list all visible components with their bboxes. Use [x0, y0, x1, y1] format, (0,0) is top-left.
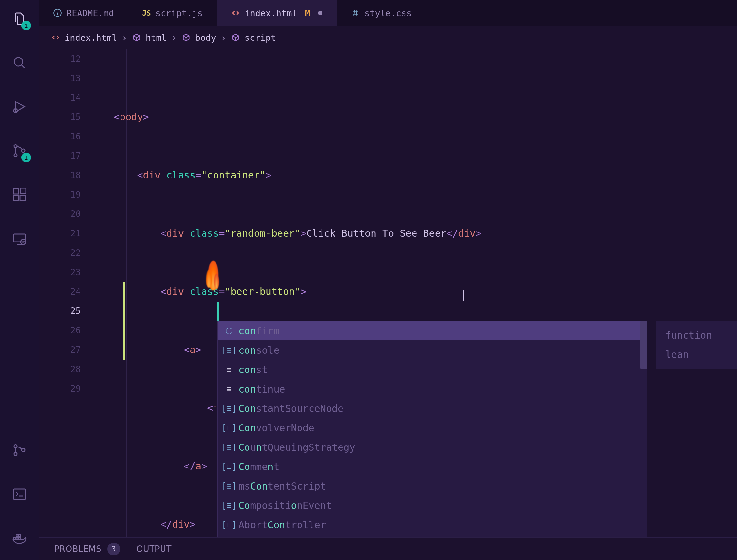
- svg-point-4: [22, 149, 25, 152]
- html-icon: [51, 33, 60, 42]
- breadcrumb-segment[interactable]: index.html: [65, 33, 117, 43]
- suggest-item[interactable]: [⊞]CompositionEvent: [218, 496, 647, 515]
- suggest-item-label: ConvolverNode: [239, 422, 315, 434]
- modified-indicator-letter: M: [305, 8, 310, 18]
- tab-label: style.css: [365, 8, 411, 18]
- tab-stylecss[interactable]: style.css: [337, 0, 426, 26]
- suggest-item[interactable]: [⊞]CountQueuingStrategy: [218, 437, 647, 457]
- activity-bar: 1 1: [0, 0, 39, 560]
- module-icon: [132, 33, 141, 42]
- panel-tabbar: PROBLEMS 3 OUTPUT: [39, 537, 737, 560]
- suggest-item-label: Comment: [239, 461, 279, 472]
- suggest-item[interactable]: ≡const: [218, 360, 647, 379]
- variable-icon: [⊞]: [224, 423, 234, 433]
- variable-icon: [⊞]: [224, 345, 234, 355]
- chevron-right-icon: ›: [122, 32, 128, 43]
- search-icon[interactable]: [10, 54, 28, 72]
- tab-indexhtml[interactable]: index.html M: [217, 0, 337, 26]
- variable-icon: [⊞]: [224, 404, 234, 413]
- suggest-item-label: continue: [239, 383, 285, 395]
- svg-point-2: [14, 145, 17, 148]
- tab-readme[interactable]: README.md: [39, 0, 128, 26]
- docker-icon[interactable]: [10, 529, 28, 547]
- suggest-item-label: const: [239, 364, 268, 375]
- suggest-item-label: CountQueuingStrategy: [239, 442, 355, 453]
- run-debug-icon[interactable]: [10, 98, 28, 116]
- svg-rect-18: [16, 535, 18, 537]
- svg-point-0: [14, 58, 23, 66]
- keyword-icon: ≡: [224, 365, 234, 374]
- variable-icon: [⊞]: [224, 481, 234, 491]
- tab-label: script.js: [155, 8, 203, 18]
- variable-icon: [⊞]: [224, 462, 234, 471]
- tab-bar: README.md JS script.js index.html M styl…: [39, 0, 737, 26]
- problems-count-badge: 3: [107, 543, 120, 555]
- variable-icon: [⊞]: [224, 442, 234, 452]
- keyword-icon: ≡: [224, 384, 234, 394]
- explorer-icon[interactable]: 1: [10, 10, 28, 28]
- panel-tab-problems[interactable]: PROBLEMS 3: [54, 543, 120, 555]
- svg-rect-7: [20, 195, 25, 200]
- chevron-right-icon: ›: [221, 32, 227, 43]
- suggest-item[interactable]: [⊞]msContentScript: [218, 476, 647, 496]
- scm-badge: 1: [21, 153, 31, 162]
- source-control-icon[interactable]: 1: [10, 142, 28, 160]
- panel-tab-output[interactable]: OUTPUT: [136, 544, 172, 554]
- method-icon: ⬡: [224, 326, 234, 336]
- remote-explorer-icon[interactable]: [10, 230, 28, 248]
- suggest-item-label: msContentScript: [239, 480, 326, 492]
- js-icon: JS: [142, 9, 151, 17]
- suggest-item[interactable]: [⊞]ConvolverNode: [218, 418, 647, 437]
- tab-label: README.md: [67, 8, 114, 18]
- svg-point-11: [14, 445, 17, 448]
- suggest-item[interactable]: [⊞]AbortController: [218, 515, 647, 534]
- tab-label: index.html: [245, 8, 297, 18]
- chevron-right-icon: ›: [171, 32, 177, 43]
- svg-point-12: [14, 452, 17, 456]
- svg-rect-8: [21, 188, 26, 193]
- suggest-item-label: confirm: [239, 325, 279, 337]
- suggest-item[interactable]: ≡continue: [218, 379, 647, 399]
- suggest-item-label: ConstantSourceNode: [239, 403, 344, 414]
- breadcrumb-segment[interactable]: html: [146, 33, 167, 43]
- suggest-item[interactable]: [⊞]console: [218, 340, 647, 360]
- svg-rect-6: [14, 195, 19, 200]
- intellisense-suggest[interactable]: ⬡confirm[⊞]console≡const≡continue[⊞]Cons…: [218, 321, 647, 548]
- extensions-icon[interactable]: [10, 186, 28, 204]
- hash-icon: [351, 8, 360, 17]
- suggest-item-label: AbortController: [239, 519, 326, 531]
- html-icon: [231, 8, 240, 17]
- line-number-gutter: 12 13 14 15 16 17 18 19 20 21 22 23 24 2…: [39, 49, 91, 398]
- text-caret: [218, 302, 219, 321]
- suggest-item[interactable]: [⊞]Comment: [218, 457, 647, 476]
- info-icon: [53, 8, 62, 17]
- svg-rect-19: [19, 535, 21, 537]
- suggest-item-label: CompositionEvent: [239, 500, 332, 511]
- suggest-item[interactable]: [⊞]ConstantSourceNode: [218, 399, 647, 418]
- variable-icon: [⊞]: [224, 520, 234, 530]
- breadcrumb-segment[interactable]: body: [195, 33, 216, 43]
- suggest-item[interactable]: ⬡confirm: [218, 321, 647, 340]
- svg-rect-5: [14, 189, 19, 194]
- variable-icon: [⊞]: [224, 501, 234, 510]
- module-icon: [231, 33, 240, 42]
- tab-scriptjs[interactable]: JS script.js: [128, 0, 217, 26]
- module-icon: [182, 33, 191, 42]
- secondary-cursor-icon: [463, 290, 464, 301]
- git-graph-icon[interactable]: [10, 441, 28, 459]
- editor[interactable]: 12 13 14 15 16 17 18 19 20 21 22 23 24 2…: [39, 49, 737, 560]
- breadcrumb-segment[interactable]: script: [245, 33, 276, 43]
- explorer-badge: 1: [21, 21, 31, 30]
- suggest-scrollbar[interactable]: [640, 321, 647, 369]
- suggest-item-label: console: [239, 345, 279, 356]
- breadcrumb[interactable]: index.html › html › body › script: [39, 26, 737, 49]
- svg-rect-9: [14, 234, 25, 242]
- terminal-icon[interactable]: [10, 485, 28, 503]
- intellisense-detail: function lean: [656, 321, 737, 369]
- svg-point-3: [14, 154, 17, 157]
- svg-rect-14: [14, 489, 25, 499]
- unsaved-dot-icon: [318, 11, 323, 15]
